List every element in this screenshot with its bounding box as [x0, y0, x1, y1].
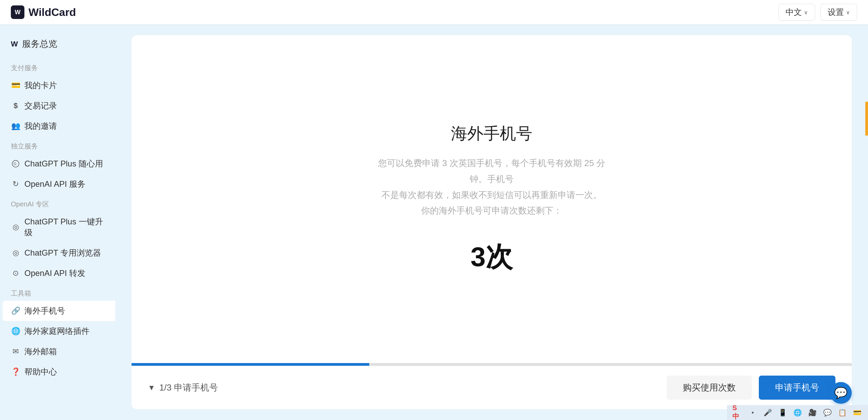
sidebar-item-home-network[interactable]: 🌐 海外家庭网络插件 [0, 321, 115, 341]
sidebar-item-transactions[interactable]: $ 交易记录 [0, 96, 115, 116]
browser-icon: ◎ [11, 248, 20, 257]
sidebar-item-label: 海外家庭网络插件 [24, 326, 90, 337]
sidebar-item-label: ChatGPT Plus 一键升级 [24, 216, 104, 238]
section-title-openai: OpenAI 专区 [0, 194, 115, 212]
forward-icon: ⊙ [11, 269, 20, 278]
header: W WildCard 中文 ∨ 设置 ∨ [0, 0, 868, 24]
sidebar-item-chatgpt-upgrade[interactable]: ◎ ChatGPT Plus 一键升级 [0, 212, 115, 243]
sidebar-item-label: 海外手机号 [24, 305, 65, 316]
chat-icon: 💬 [834, 386, 848, 399]
card-description: 您可以免费申请 3 次英国手机号，每个手机号有效期 25 分钟。手机号 不是每次… [376, 155, 607, 219]
globe-icon: 🌐 [11, 327, 20, 336]
taskbar-mic-icon[interactable]: 🎤 [762, 407, 773, 418]
sidebar-item-overseas-email[interactable]: ✉ 海外邮箱 [0, 341, 115, 362]
sidebar-item-my-card[interactable]: 💳 我的卡片 [0, 75, 115, 96]
apply-button[interactable]: 申请手机号 [759, 376, 835, 400]
chatgpt-icon: G [11, 160, 20, 167]
taskbar: S中 • 🎤 📱 🌐 🎥 💬 📋 💳 [727, 405, 868, 420]
buy-button[interactable]: 购买使用次数 [667, 376, 752, 400]
page-title: 海外手机号 [451, 123, 532, 144]
section-title-standalone: 独立服务 [0, 136, 115, 154]
logo-icon: W [11, 5, 24, 19]
app-title: WildCard [28, 6, 76, 19]
sidebar-item-label: 服务总览 [22, 38, 57, 50]
progress-bar-fill [132, 363, 369, 366]
taskbar-chat-icon[interactable]: 💬 [822, 407, 833, 418]
step-info: ▼ 1/3 申请手机号 [148, 382, 218, 394]
step-text: 1/3 申请手机号 [159, 382, 218, 394]
action-bar: ▼ 1/3 申请手机号 购买使用次数 申请手机号 [132, 366, 852, 409]
header-right: 中文 ∨ 设置 ∨ [778, 4, 857, 21]
taskbar-phone-icon[interactable]: 📱 [777, 407, 788, 418]
taskbar-card-icon[interactable]: 💳 [852, 407, 863, 418]
card-body: 海外手机号 您可以免费申请 3 次英国手机号，每个手机号有效期 25 分钟。手机… [132, 35, 852, 363]
section-title-toolbox: 工具箱 [0, 283, 115, 301]
wildcard-icon: W [11, 40, 18, 48]
email-icon: ✉ [11, 347, 20, 356]
sidebar-item-help-center[interactable]: ❓ 帮助中心 [0, 362, 115, 382]
chat-bubble-button[interactable]: 💬 [830, 382, 852, 404]
help-icon: ❓ [11, 367, 20, 376]
refresh-icon: ↻ [11, 180, 20, 188]
layout: W 服务总览 支付服务 💳 我的卡片 $ 交易记录 👥 我的邀请 独立服务 G [0, 0, 868, 420]
sidebar-item-label: 我的邀请 [24, 121, 57, 132]
card-icon: 💳 [11, 81, 20, 90]
sidebar-item-label: ChatGPT 专用浏览器 [24, 247, 101, 258]
sidebar-item-label: OpenAI API 服务 [24, 179, 85, 189]
svg-text:G: G [14, 162, 17, 166]
content-card: 海外手机号 您可以免费申请 3 次英国手机号，每个手机号有效期 25 分钟。手机… [132, 35, 852, 409]
sidebar-item-my-invite[interactable]: 👥 我的邀请 [0, 116, 115, 136]
taskbar-dot-icon: • [747, 407, 758, 418]
taskbar-video-icon[interactable]: 🎥 [807, 407, 818, 418]
main-content: 海外手机号 您可以免费申请 3 次英国手机号，每个手机号有效期 25 分钟。手机… [115, 24, 868, 420]
progress-bar-container [132, 363, 852, 366]
step-arrow-icon: ▼ [148, 383, 155, 392]
chevron-down-icon: ∨ [846, 9, 850, 16]
settings-button[interactable]: 设置 ∨ [821, 4, 857, 21]
section-title-payment: 支付服务 [0, 58, 115, 75]
phone-link-icon: 🔗 [11, 306, 20, 315]
chevron-down-icon: ∨ [804, 9, 808, 16]
header-left: W WildCard [11, 5, 76, 19]
sidebar-item-label: 交易记录 [24, 100, 57, 111]
sidebar-item-label: 帮助中心 [24, 366, 57, 377]
sidebar: W 服务总览 支付服务 💳 我的卡片 $ 交易记录 👥 我的邀请 独立服务 G [0, 24, 115, 420]
action-buttons: 购买使用次数 申请手机号 [667, 376, 835, 400]
language-button[interactable]: 中文 ∨ [778, 4, 815, 21]
sidebar-item-label: ChatGPT Plus 随心用 [24, 158, 103, 169]
taskbar-globe-icon[interactable]: 🌐 [792, 407, 803, 418]
sidebar-item-openai-api[interactable]: ↻ OpenAI API 服务 [0, 174, 115, 194]
sidebar-item-overseas-phone[interactable]: ➜ 🔗 海外手机号 [3, 301, 115, 321]
sidebar-item-openai-forward[interactable]: ⊙ OpenAI API 转发 [0, 263, 115, 283]
scroll-indicator [865, 102, 868, 136]
upgrade-icon: ◎ [11, 223, 20, 232]
taskbar-clipboard-icon[interactable]: 📋 [837, 407, 848, 418]
dollar-icon: $ [11, 101, 20, 110]
sidebar-item-label: OpenAI API 转发 [24, 268, 85, 279]
sidebar-item-label: 我的卡片 [24, 80, 57, 91]
sidebar-item-chatgpt-plus[interactable]: G ChatGPT Plus 随心用 [0, 154, 115, 174]
people-icon: 👥 [11, 122, 20, 131]
sidebar-item-label: 海外邮箱 [24, 346, 57, 357]
sidebar-item-overview[interactable]: W 服务总览 [0, 33, 115, 58]
taskbar-s-icon[interactable]: S中 [732, 407, 743, 418]
remaining-count: 3次 [471, 239, 513, 276]
sidebar-item-chatgpt-browser[interactable]: ◎ ChatGPT 专用浏览器 [0, 243, 115, 263]
